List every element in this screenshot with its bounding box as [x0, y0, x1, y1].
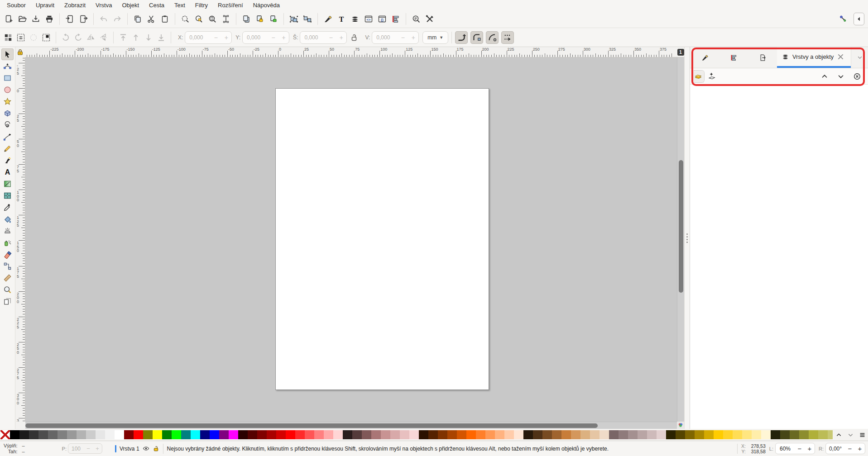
mesh-tool-button[interactable] — [1, 190, 14, 201]
palette-swatch[interactable] — [29, 430, 38, 439]
connector-tool-button[interactable] — [1, 260, 14, 272]
palette-swatch[interactable] — [628, 430, 638, 439]
ungroup-objects-button[interactable] — [301, 12, 314, 26]
select-all-button[interactable] — [2, 31, 14, 44]
palette-swatch[interactable] — [590, 430, 599, 439]
panel-resize-handle[interactable] — [684, 47, 690, 429]
chevron-down-button[interactable] — [844, 430, 856, 440]
palette-swatch[interactable] — [809, 430, 818, 439]
palette-swatch[interactable] — [343, 430, 352, 439]
palette-swatch[interactable] — [381, 430, 390, 439]
current-layer-selector[interactable]: Vrstva 1 — [120, 446, 139, 452]
vertical-scrollbar-thumb[interactable] — [679, 160, 683, 293]
horizontal-scrollbar-thumb[interactable] — [25, 423, 598, 428]
rotation-field[interactable]: 0,00° − + — [825, 443, 865, 454]
fill-stroke-indicator[interactable]: Výplň: – Tah: – — [4, 443, 38, 454]
x-decrement-button[interactable]: − — [211, 34, 221, 41]
palette-swatch[interactable] — [267, 430, 276, 439]
palette-swatch[interactable] — [533, 430, 542, 439]
dropper-tool-button[interactable] — [1, 201, 14, 213]
dialog-fill-stroke-button[interactable] — [321, 12, 335, 26]
palette-swatch[interactable] — [523, 430, 533, 439]
palette-swatch[interactable] — [86, 430, 96, 439]
vertical-scrollbar[interactable] — [677, 57, 684, 422]
rotation-increment-button[interactable]: + — [855, 445, 865, 452]
text-tool-button[interactable]: A — [1, 166, 14, 178]
palette-swatch[interactable] — [276, 430, 286, 439]
select-inverse-button[interactable] — [40, 31, 53, 44]
preferences-button[interactable] — [423, 12, 436, 26]
spray-tool-button[interactable] — [1, 237, 14, 248]
tweak-tool-button[interactable] — [1, 225, 14, 237]
palette-swatch[interactable] — [542, 430, 552, 439]
palette-swatch[interactable] — [495, 430, 504, 439]
palette-swatch[interactable] — [818, 430, 828, 439]
duplicate-button[interactable] — [240, 12, 253, 26]
palette-swatch[interactable] — [733, 430, 742, 439]
opacity-field[interactable]: 100 − + — [68, 443, 102, 454]
find-replace-button[interactable] — [409, 12, 423, 26]
palette-swatch[interactable] — [153, 430, 162, 439]
palette-swatch[interactable] — [742, 430, 752, 439]
color-management-button[interactable] — [677, 422, 684, 429]
palette-swatch[interactable] — [96, 430, 105, 439]
height-field[interactable]: 0,000 − + — [372, 31, 419, 44]
dialog-xml-button[interactable]: <> — [362, 12, 375, 26]
eraser-tool-button[interactable] — [1, 248, 14, 260]
palette-swatch[interactable] — [400, 430, 409, 439]
new-document-button[interactable] — [2, 12, 15, 26]
palette-swatch[interactable] — [828, 430, 833, 439]
layers-list[interactable] — [690, 85, 868, 429]
rotation-decrement-button[interactable]: − — [845, 445, 855, 452]
palette-swatch[interactable] — [219, 430, 229, 439]
calligraphy-tool-button[interactable] — [1, 154, 14, 166]
palette-swatch[interactable] — [295, 430, 305, 439]
palette-swatch[interactable] — [609, 430, 619, 439]
palette-swatch[interactable] — [723, 430, 733, 439]
palette-swatch[interactable] — [10, 430, 19, 439]
palette-swatch[interactable] — [229, 430, 238, 439]
palette-swatch[interactable] — [771, 430, 780, 439]
palette-swatch[interactable] — [390, 430, 400, 439]
x-field[interactable]: 0,000 − + — [185, 31, 232, 44]
close-icon[interactable] — [837, 53, 844, 61]
pen-tool-button[interactable] — [1, 131, 14, 142]
print-button[interactable] — [43, 12, 56, 26]
palette-swatch[interactable] — [371, 430, 381, 439]
palette-swatch[interactable] — [210, 430, 219, 439]
zoom-page-button[interactable] — [206, 12, 219, 26]
lock-ratio-button[interactable] — [348, 31, 360, 44]
layer-add-button[interactable] — [706, 71, 718, 82]
palette-swatch[interactable] — [580, 430, 590, 439]
group-objects-button[interactable] — [287, 12, 301, 26]
dialog-layers-button[interactable] — [348, 12, 362, 26]
open-document-button[interactable] — [15, 12, 29, 26]
tab-fill-stroke[interactable] — [690, 47, 719, 68]
palette-swatch[interactable] — [552, 430, 561, 439]
collapse-panel-button[interactable] — [854, 13, 864, 25]
tab-align[interactable] — [719, 47, 748, 68]
menu-text[interactable]: Text — [169, 1, 190, 10]
palette-swatch[interactable] — [752, 430, 761, 439]
select-all-layers-button[interactable] — [14, 31, 27, 44]
palette-swatch[interactable] — [181, 430, 191, 439]
export-button[interactable] — [77, 12, 90, 26]
palette-swatch[interactable] — [647, 430, 657, 439]
palette-swatch[interactable] — [162, 430, 172, 439]
menu-upravit[interactable]: Upravit — [31, 1, 59, 10]
palette-swatch[interactable] — [666, 430, 676, 439]
width-decrement-button[interactable]: − — [326, 34, 336, 41]
palette-swatch[interactable] — [676, 430, 685, 439]
palette-swatch[interactable] — [714, 430, 723, 439]
layer-visibility-button[interactable] — [143, 445, 149, 452]
palette-swatch[interactable] — [238, 430, 248, 439]
ellipse-tool-button[interactable] — [1, 84, 14, 95]
spiral-tool-button[interactable] — [1, 119, 14, 131]
palette-swatch[interactable] — [419, 430, 428, 439]
paste-button[interactable] — [158, 12, 172, 26]
palette-swatch[interactable] — [143, 430, 153, 439]
star-tool-button[interactable] — [1, 95, 14, 107]
ruler-lock-icon[interactable] — [16, 48, 24, 56]
move-patterns-button[interactable] — [501, 31, 514, 44]
menu-cesta[interactable]: Cesta — [144, 1, 169, 10]
